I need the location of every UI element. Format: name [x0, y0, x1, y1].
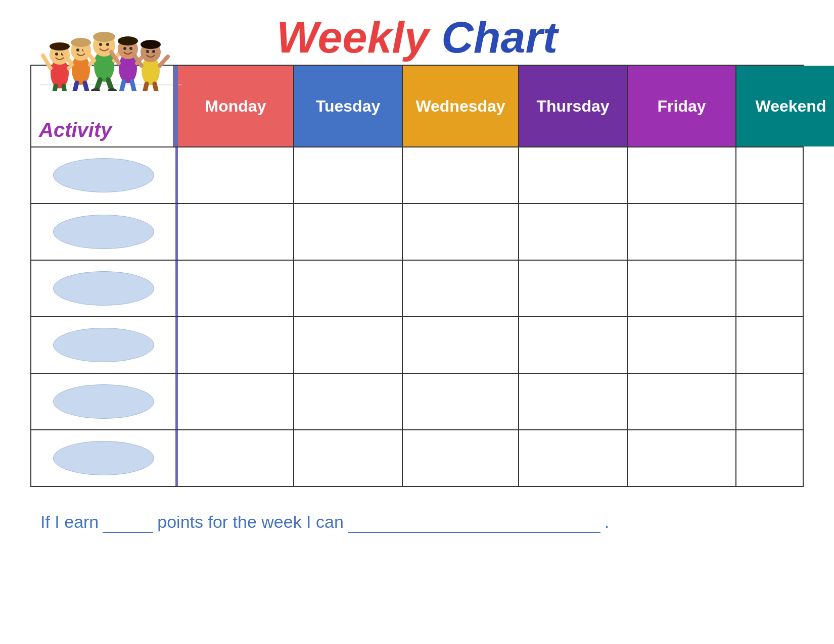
- header-wednesday: Wednesday: [403, 66, 519, 146]
- svg-point-10: [55, 53, 58, 56]
- svg-point-47: [141, 40, 161, 49]
- weekend-cell-6: [736, 430, 834, 486]
- friday-cell-5: [628, 374, 736, 429]
- title-chart: Chart: [441, 12, 558, 62]
- tuesday-cell-6: [294, 430, 403, 486]
- svg-line-49: [160, 57, 168, 66]
- svg-point-36: [118, 36, 138, 45]
- svg-point-32: [99, 43, 102, 46]
- weekend-cell-3: [736, 261, 834, 316]
- table-row: [31, 317, 803, 374]
- tuesday-cell-2: [294, 204, 403, 260]
- svg-point-25: [93, 32, 115, 42]
- activity-oval-1: [53, 158, 154, 192]
- activity-header-cell: Activity: [31, 66, 178, 146]
- thursday-cell-4: [519, 317, 628, 373]
- footer-text-middle: points for the week I can: [157, 512, 344, 532]
- title-weekly: Weekly: [276, 12, 429, 62]
- activity-oval-cell-2: [31, 204, 178, 260]
- wednesday-cell-5: [403, 374, 519, 429]
- thursday-cell-5: [519, 374, 628, 429]
- chart-header: Activity Monday Tuesday Wednesday Thursd…: [31, 66, 803, 147]
- table-row: [31, 261, 803, 317]
- activity-oval-5: [53, 384, 154, 419]
- table-row: [31, 147, 803, 204]
- wednesday-cell-3: [403, 261, 519, 316]
- footer-text-end: .: [605, 512, 609, 532]
- wednesday-cell-1: [403, 147, 519, 203]
- footer-blank-short[interactable]: [103, 512, 153, 533]
- header-thursday: Thursday: [519, 66, 628, 146]
- activity-oval-cell-1: [31, 147, 178, 203]
- friday-cell-6: [628, 430, 736, 486]
- footer-blank-long[interactable]: [348, 512, 600, 533]
- monday-cell-1: [178, 147, 294, 203]
- thursday-cell-3: [519, 261, 628, 316]
- svg-point-3: [50, 42, 70, 51]
- table-row: [31, 430, 803, 486]
- svg-point-21: [76, 48, 79, 52]
- header-weekend: Weekend: [736, 66, 834, 146]
- header-friday: Friday: [628, 66, 736, 146]
- tuesday-cell-3: [294, 261, 403, 316]
- activity-oval-6: [53, 441, 154, 475]
- thursday-cell-1: [519, 147, 628, 203]
- activity-oval-4: [53, 328, 154, 362]
- thursday-cell-6: [519, 430, 628, 486]
- footer-area: If I earn points for the week I can .: [30, 512, 804, 533]
- title-area: Weekly Chart: [30, 15, 804, 60]
- chart-body: [31, 147, 803, 486]
- activity-oval-cell-5: [31, 374, 178, 429]
- footer-sentence: If I earn points for the week I can .: [40, 512, 804, 533]
- friday-cell-1: [628, 147, 736, 203]
- header-tuesday: Tuesday: [294, 66, 403, 146]
- friday-cell-2: [628, 204, 736, 260]
- activity-oval-cell-4: [31, 317, 178, 373]
- activity-oval-cell-6: [31, 430, 178, 486]
- wednesday-cell-2: [403, 204, 519, 260]
- svg-point-54: [146, 50, 149, 53]
- tuesday-cell-5: [294, 374, 403, 429]
- activity-oval-2: [53, 215, 154, 249]
- svg-point-14: [71, 38, 91, 47]
- svg-point-55: [152, 50, 155, 53]
- weekend-cell-1: [736, 147, 834, 203]
- monday-cell-4: [178, 317, 294, 373]
- activity-oval-cell-3: [31, 261, 178, 316]
- weekly-chart: Activity Monday Tuesday Wednesday Thursd…: [30, 65, 804, 487]
- wednesday-cell-6: [403, 430, 519, 486]
- thursday-cell-2: [519, 204, 628, 260]
- activity-label: Activity: [39, 119, 112, 141]
- wednesday-cell-4: [403, 317, 519, 373]
- monday-cell-2: [178, 204, 294, 260]
- monday-cell-3: [178, 261, 294, 316]
- friday-cell-4: [628, 317, 736, 373]
- weekend-cell-5: [736, 374, 834, 429]
- monday-cell-6: [178, 430, 294, 486]
- svg-point-44: [129, 47, 132, 50]
- svg-point-43: [123, 47, 126, 50]
- friday-cell-3: [628, 261, 736, 316]
- footer-text-before: If I earn: [40, 512, 99, 532]
- header-monday: Monday: [178, 66, 294, 146]
- weekend-cell-4: [736, 317, 834, 373]
- svg-point-33: [106, 43, 109, 46]
- monday-cell-5: [178, 374, 294, 429]
- activity-oval-3: [53, 271, 154, 306]
- tuesday-cell-1: [294, 147, 403, 203]
- table-row: [31, 204, 803, 261]
- tuesday-cell-4: [294, 317, 403, 373]
- table-row: [31, 374, 803, 430]
- weekend-cell-2: [736, 204, 834, 260]
